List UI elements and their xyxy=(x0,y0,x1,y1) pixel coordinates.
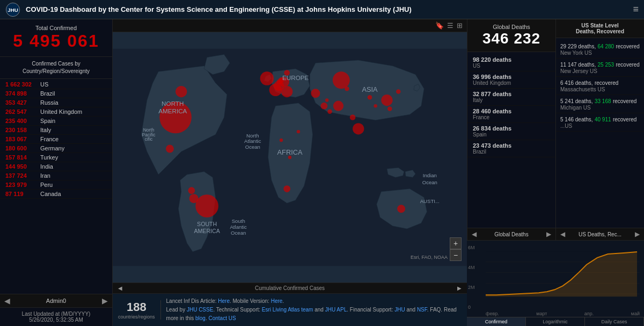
country-item[interactable]: 235 400Spain xyxy=(0,117,112,126)
us-state-list: 29 229 deaths, 64 280 recoveredNew York … xyxy=(556,38,644,228)
left-nav-next[interactable]: ▶ xyxy=(102,296,108,305)
state-deaths: 5 146 deaths, 40 911 recovered xyxy=(560,115,640,123)
left-nav-prev[interactable]: ◀ xyxy=(4,296,10,305)
article-text: Lancet Inf Dis Article: xyxy=(166,298,218,304)
chart-y-label: 6M xyxy=(468,245,475,250)
map-toolbar: 🔖 ☰ ⊞ xyxy=(113,19,467,32)
svg-text:Ocean: Ocean xyxy=(422,179,437,185)
country-name: Germany xyxy=(40,145,64,151)
country-item[interactable]: 230 158Italy xyxy=(0,126,112,135)
country-name: Spain xyxy=(40,118,55,124)
article-link[interactable]: Here xyxy=(218,298,230,304)
svg-text:AMERICA: AMERICA xyxy=(194,228,220,234)
country-count-val: 144 950 xyxy=(5,163,40,170)
svg-text:Atlantic: Atlantic xyxy=(244,138,261,144)
map-watermark: Esri, FAO, NOAA xyxy=(411,255,448,260)
death-country: Italy xyxy=(473,97,550,103)
jhu-finance-link[interactable]: JHU xyxy=(394,307,405,313)
zoom-out-button[interactable]: − xyxy=(450,249,462,261)
map-container[interactable]: NORTH AMERICA SOUTH AMERICA EUROPE AFRIC… xyxy=(113,32,467,282)
deaths-nav-prev[interactable]: ◀ xyxy=(472,230,477,238)
chart-y-label: 0 xyxy=(468,305,475,310)
country-list: 1 662 302US374 898Brazil353 427Russia262… xyxy=(0,79,112,294)
svg-point-8 xyxy=(350,114,356,120)
us-nav-next[interactable]: ▶ xyxy=(635,230,640,238)
iran-outbreak xyxy=(333,101,343,111)
svg-text:North: North xyxy=(246,133,259,139)
uk-outbreak xyxy=(260,71,274,85)
deaths-nav-label: Global Deaths xyxy=(494,231,528,237)
map-next-btn[interactable]: ▶ xyxy=(457,285,462,291)
country-name: Peru xyxy=(40,182,53,188)
map-caption-text: Cumulative Confirmed Cases xyxy=(122,285,457,291)
page-title: COVID-19 Dashboard by the Center for Sys… xyxy=(26,5,633,13)
esri-link[interactable]: Esri Living Atlas team xyxy=(262,307,313,313)
state-deaths: 29 229 deaths, 64 280 recovered xyxy=(560,42,640,50)
country-count-number: 188 xyxy=(127,300,147,314)
grid-icon[interactable]: ⊞ xyxy=(457,21,463,30)
us-state-panel: US State LevelDeaths, Recovered 29 229 d… xyxy=(555,19,644,240)
death-count: 26 834 deaths xyxy=(473,125,550,132)
svg-text:Indian: Indian xyxy=(423,172,437,178)
country-item[interactable]: 183 067France xyxy=(0,135,112,144)
country-item[interactable]: 1 662 302US xyxy=(0,80,112,89)
nsf-link[interactable]: NSF xyxy=(417,307,427,313)
country-item[interactable]: 262 547United Kingdom xyxy=(0,107,112,117)
country-count-val: 262 547 xyxy=(5,108,40,115)
mobile-link[interactable]: Here xyxy=(271,298,283,304)
country-item[interactable]: 137 724Iran xyxy=(0,171,112,180)
death-count: 32 877 deaths xyxy=(473,91,550,97)
us-nav: ◀ US Deaths, Rec... ▶ xyxy=(556,228,644,240)
country-name: Russia xyxy=(40,99,58,106)
contact-link[interactable]: Contact US xyxy=(208,315,236,321)
state-name: New Jersey US xyxy=(560,68,640,74)
list-icon[interactable]: ☰ xyxy=(447,21,453,30)
country-count-label: countries/regions xyxy=(118,314,155,320)
chart-x-label: март xyxy=(536,311,547,316)
svg-text:Ocean: Ocean xyxy=(231,230,246,236)
zoom-in-button[interactable]: + xyxy=(450,237,462,249)
death-item: 26 834 deathsSpain xyxy=(467,123,555,140)
country-item[interactable]: 87 119Canada xyxy=(0,190,112,199)
total-confirmed-number: 5 495 061 xyxy=(6,31,106,51)
country-item[interactable]: 123 979Peru xyxy=(0,180,112,190)
map-caption-bar: ◀ Cumulative Confirmed Cases ▶ xyxy=(113,282,467,293)
ecuador-outbreak xyxy=(188,187,195,194)
svg-point-7 xyxy=(325,98,328,102)
map-prev-btn[interactable]: ◀ xyxy=(118,285,122,291)
right-panels-top: Global Deaths 346 232 98 220 deathsUS36 … xyxy=(467,19,644,240)
china-outbreak xyxy=(381,95,392,106)
death-count: 98 220 deaths xyxy=(473,56,550,63)
country-item[interactable]: 353 427Russia xyxy=(0,98,112,107)
deaths-list: 98 220 deathsUS36 996 deathsUnited Kingd… xyxy=(467,52,555,228)
jhu-csse-link[interactable]: JHU CSSE xyxy=(187,307,213,313)
death-count: 28 460 deaths xyxy=(473,108,550,114)
jhu-apl-link[interactable]: JHU APL xyxy=(325,307,347,313)
global-deaths-number: 346 232 xyxy=(473,30,550,47)
country-item[interactable]: 180 600Germany xyxy=(0,144,112,153)
bookmark-icon[interactable]: 🔖 xyxy=(435,21,444,30)
chart-tab-daily-cases[interactable]: Daily Cases xyxy=(585,317,644,326)
country-name: US xyxy=(40,81,48,88)
deaths-panel: Global Deaths 346 232 98 220 deathsUS36 … xyxy=(467,19,555,240)
svg-text:NORTH: NORTH xyxy=(162,100,184,107)
country-item[interactable]: 144 950India xyxy=(0,162,112,171)
menu-icon[interactable]: ≡ xyxy=(633,4,639,15)
chart-tab-logarithmic[interactable]: Logarithmic xyxy=(526,317,585,326)
us-nav-prev[interactable]: ◀ xyxy=(560,230,565,238)
country-count-val: 157 814 xyxy=(5,154,40,161)
us-state-label: US State LevelDeaths, Recovered xyxy=(560,23,640,34)
deaths-nav-next[interactable]: ▶ xyxy=(546,230,551,238)
chart-tabs: ConfirmedLogarithmicDaily Cases xyxy=(467,317,644,326)
blog-link[interactable]: blog xyxy=(195,315,206,321)
us-state-item: 29 229 deaths, 64 280 recoveredNew York … xyxy=(556,40,644,59)
bottom-text: Lancet Inf Dis Article: Here. Mobile Ver… xyxy=(166,297,462,323)
country-item[interactable]: 157 814Turkey xyxy=(0,153,112,162)
us-nav-label: US Deaths, Rec... xyxy=(579,231,621,237)
country-count-val: 123 979 xyxy=(5,182,40,188)
country-item[interactable]: 374 898Brazil xyxy=(0,89,112,98)
country-list-header: Confirmed Cases byCountry/Region/Soverei… xyxy=(0,57,112,79)
india-outbreak xyxy=(353,123,364,134)
chart-tab-confirmed[interactable]: Confirmed xyxy=(467,317,526,326)
death-item: 28 460 deathsFrance xyxy=(467,106,555,123)
